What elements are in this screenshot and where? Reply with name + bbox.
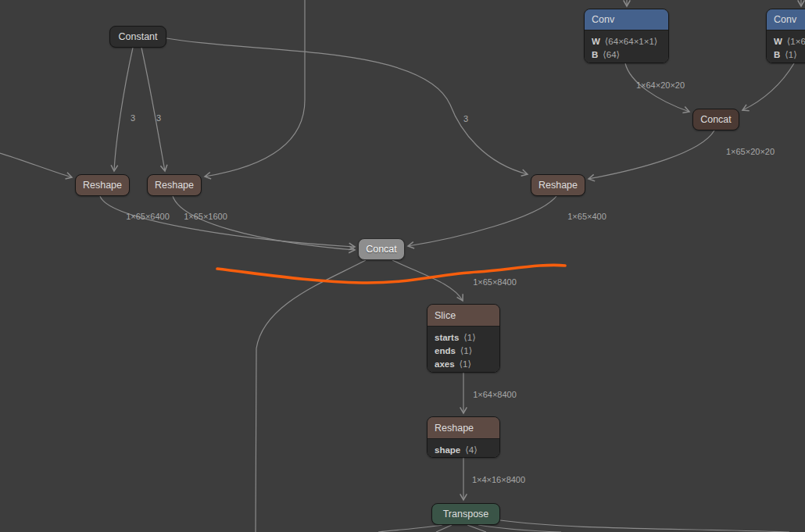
attr-name: W xyxy=(774,37,782,46)
node-transpose[interactable]: Transpose xyxy=(431,503,500,525)
node-concat-top-label: Concat xyxy=(700,114,732,125)
attr-value: ⟨1⟩ xyxy=(460,346,472,355)
attr-name: shape xyxy=(435,445,460,455)
node-concat-main-label: Concat xyxy=(366,244,397,255)
edge-offscreen-top-to-reshape2 xyxy=(205,0,305,177)
edge-offscreen-left-to-reshape1 xyxy=(0,153,72,177)
node-conv-2[interactable]: Conv W⟨1×6 B⟨1⟩ xyxy=(766,9,805,63)
node-concat-main[interactable]: Concat xyxy=(358,238,405,260)
node-slice-label: Slice xyxy=(435,310,456,321)
edge-label-concat-main-out: 1×65×8400 xyxy=(473,277,517,287)
edge-transpose-fanout-1 xyxy=(378,525,442,532)
edge-label-reshape4-out: 1×4×16×8400 xyxy=(472,475,525,484)
edge-label-slice-out: 1×64×8400 xyxy=(473,390,517,399)
edge-label-concat-top-out: 1×65×20×20 xyxy=(726,147,775,156)
attr-row: B⟨64⟩ xyxy=(585,48,668,61)
edge-label-const-r3: 3 xyxy=(463,114,468,123)
edge-reshape3-to-concat-main xyxy=(408,196,556,246)
node-reshape-3-label: Reshape xyxy=(538,180,578,191)
attr-row: B⟨1⟩ xyxy=(767,48,805,61)
attr-value: ⟨4⟩ xyxy=(465,445,477,455)
node-concat-top[interactable]: Concat xyxy=(692,109,739,130)
node-transpose-label: Transpose xyxy=(443,509,489,520)
node-reshape-1[interactable]: Reshape xyxy=(75,174,130,196)
attr-row: starts⟨1⟩ xyxy=(428,330,499,344)
edge-conv2-to-concat-top xyxy=(742,63,794,110)
attr-name: B xyxy=(774,50,780,59)
attr-name: starts xyxy=(435,333,459,342)
node-conv-2-header: Conv xyxy=(767,9,805,30)
node-reshape-2[interactable]: Reshape xyxy=(147,174,202,196)
node-conv-1-attrs: W⟨64×64×1×1⟩ B⟨64⟩ xyxy=(585,30,668,63)
node-slice-header: Slice xyxy=(428,305,499,326)
attr-value: ⟨64⟩ xyxy=(603,50,620,59)
edge-label-r3-out: 1×65×400 xyxy=(567,212,606,221)
node-reshape-4[interactable]: Reshape shape⟨4⟩ xyxy=(427,416,500,458)
attr-value: ⟨1×6 xyxy=(787,37,805,46)
edge-label-r2-out: 1×65×1600 xyxy=(184,212,227,221)
edge-label-conv1-out: 1×64×20×20 xyxy=(636,80,685,90)
attr-row: shape⟨4⟩ xyxy=(428,443,499,456)
edge-reshape2-to-concat-main xyxy=(173,196,355,250)
attr-row: ends⟨1⟩ xyxy=(428,344,499,357)
attr-value: ⟨1⟩ xyxy=(460,359,471,369)
attr-value: ⟨64×64×1×1⟩ xyxy=(605,37,658,46)
node-constant-label: Constant xyxy=(118,31,157,42)
node-slice[interactable]: Slice starts⟨1⟩ ends⟨1⟩ axes⟨1⟩ xyxy=(427,304,500,373)
edge-transpose-fanout-5 xyxy=(500,520,789,532)
node-reshape-1-label: Reshape xyxy=(83,180,122,191)
edge-label-r1-out: 1×65×6400 xyxy=(126,212,170,221)
attr-name: axes xyxy=(435,359,455,369)
node-reshape-2-label: Reshape xyxy=(155,180,194,191)
node-slice-attrs: starts⟨1⟩ ends⟨1⟩ axes⟨1⟩ xyxy=(428,326,499,373)
node-reshape-4-attrs: shape⟨4⟩ xyxy=(428,438,499,458)
edge-concat-main-to-offscreen-bottom xyxy=(256,260,366,532)
node-conv-1-header: Conv xyxy=(585,9,668,30)
edge-constant-to-reshape1 xyxy=(114,48,133,171)
attr-row: axes⟨1⟩ xyxy=(428,357,499,370)
node-conv-1-label: Conv xyxy=(592,14,614,25)
edge-label-const-r1: 3 xyxy=(131,113,135,123)
graph-canvas[interactable]: Constant Conv W⟨64×64×1×1⟩ B⟨64⟩ Conv W⟨… xyxy=(0,0,805,532)
node-conv-2-attrs: W⟨1×6 B⟨1⟩ xyxy=(767,30,805,63)
attr-value: ⟨1⟩ xyxy=(463,333,475,342)
edge-constant-to-reshape3 xyxy=(166,38,528,174)
attr-name: B xyxy=(592,50,598,59)
node-constant[interactable]: Constant xyxy=(109,26,166,48)
node-reshape-4-header: Reshape xyxy=(428,417,499,438)
attr-row: W⟨1×6 xyxy=(767,34,805,48)
attr-value: ⟨1⟩ xyxy=(785,50,796,59)
edge-constant-to-reshape2 xyxy=(141,48,165,171)
edge-reshape1-to-concat-main xyxy=(100,196,355,247)
node-reshape-3[interactable]: Reshape xyxy=(531,174,585,196)
edge-concat-top-to-reshape3 xyxy=(589,130,714,179)
node-conv-1[interactable]: Conv W⟨64×64×1×1⟩ B⟨64⟩ xyxy=(584,9,669,63)
attr-name: W xyxy=(592,37,600,46)
edge-label-const-r2: 3 xyxy=(156,113,161,123)
attr-row: W⟨64×64×1×1⟩ xyxy=(585,34,668,48)
node-conv-2-label: Conv xyxy=(774,14,796,25)
node-reshape-4-label: Reshape xyxy=(435,423,474,434)
edge-transpose-fanout-4 xyxy=(478,525,561,532)
attr-name: ends xyxy=(435,346,456,355)
